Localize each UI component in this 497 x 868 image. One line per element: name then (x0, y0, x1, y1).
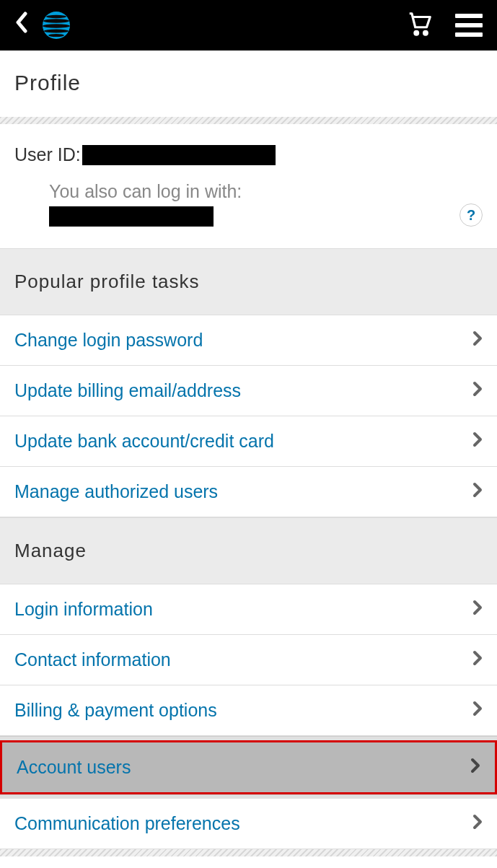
cart-icon[interactable] (406, 10, 434, 40)
chevron-right-icon (472, 381, 483, 401)
return-overview-link[interactable]: Return to myAT&T overview (0, 856, 497, 868)
list-item-label: Change login password (14, 330, 203, 351)
user-info-section: User ID: You also can log in with: ? (0, 124, 497, 248)
att-logo-icon[interactable] (42, 11, 71, 40)
svg-point-6 (415, 31, 418, 35)
manage-account-users[interactable]: Account users (0, 740, 497, 794)
section-header-manage: Manage (0, 517, 497, 584)
chevron-right-icon (472, 482, 483, 502)
user-id-row: User ID: (14, 144, 483, 165)
list-item-label: Account users (17, 757, 131, 778)
alt-login-value-redacted (49, 206, 214, 227)
header-right (406, 10, 483, 40)
svg-point-1 (46, 15, 66, 18)
menu-icon[interactable] (455, 14, 483, 37)
divider (0, 849, 497, 856)
manage-communication-prefs[interactable]: Communication preferences (0, 799, 497, 849)
section-header-popular: Popular profile tasks (0, 248, 497, 315)
svg-point-5 (48, 34, 64, 37)
back-icon[interactable] (14, 12, 27, 39)
list-item-label: Update billing email/address (14, 380, 241, 401)
list-item-label: Billing & payment options (14, 700, 217, 721)
manage-login-info[interactable]: Login information (0, 584, 497, 635)
manage-billing-options[interactable]: Billing & payment options (0, 685, 497, 736)
user-id-label: User ID: (14, 144, 81, 165)
chevron-right-icon (472, 650, 483, 670)
list-item-label: Update bank account/credit card (14, 431, 274, 452)
page-title-section: Profile (0, 51, 497, 117)
user-id-value-redacted (82, 145, 276, 165)
chevron-right-icon (472, 431, 483, 452)
task-update-bank-card[interactable]: Update bank account/credit card (0, 416, 497, 467)
chevron-right-icon (472, 814, 483, 834)
svg-point-3 (43, 24, 70, 28)
svg-point-7 (424, 31, 428, 35)
manage-contact-info[interactable]: Contact information (0, 635, 497, 685)
page-title: Profile (14, 71, 483, 95)
help-icon[interactable]: ? (459, 203, 483, 227)
chevron-right-icon (472, 701, 483, 721)
task-manage-authorized-users[interactable]: Manage authorized users (0, 467, 497, 517)
task-update-billing-email[interactable]: Update billing email/address (0, 366, 497, 416)
list-item-label: Communication preferences (14, 813, 240, 834)
alt-login-text: You also can log in with: (49, 181, 483, 202)
header-left (14, 11, 71, 40)
chevron-right-icon (472, 330, 483, 351)
svg-point-2 (43, 19, 69, 23)
app-header (0, 0, 497, 51)
list-item-label: Manage authorized users (14, 481, 218, 502)
divider (0, 117, 497, 124)
task-change-password[interactable]: Change login password (0, 315, 497, 366)
list-item-label: Login information (14, 599, 153, 620)
chevron-right-icon (470, 758, 480, 778)
svg-point-4 (44, 30, 69, 33)
chevron-right-icon (472, 600, 483, 620)
list-item-label: Contact information (14, 649, 171, 670)
